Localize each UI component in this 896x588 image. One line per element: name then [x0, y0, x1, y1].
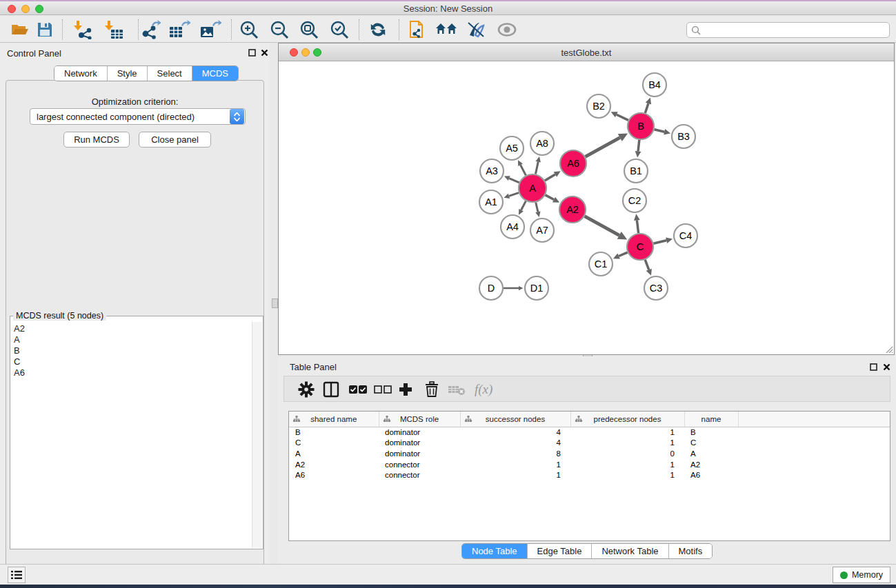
- graph-node-C[interactable]: C: [627, 234, 653, 260]
- import-network-icon[interactable]: [71, 19, 94, 41]
- tab-node-table[interactable]: Node Table: [462, 544, 528, 559]
- column-header-predecessor-nodes[interactable]: predecessor nodes: [570, 412, 684, 427]
- refresh-layout-icon[interactable]: [366, 19, 390, 41]
- table-row[interactable]: A2connector11A2: [289, 459, 890, 470]
- tab-mcds[interactable]: MCDS: [192, 66, 238, 81]
- mcds-result-scrollbar[interactable]: [252, 322, 262, 548]
- graph-node-B3[interactable]: B3: [672, 125, 695, 148]
- optimization-criterion-select[interactable]: largest connected component (directed): [30, 108, 246, 125]
- column-header-shared-name[interactable]: shared name: [289, 412, 379, 427]
- toolbar-separator: [231, 19, 232, 40]
- home-view-icon[interactable]: [435, 19, 458, 41]
- graph-node-C1[interactable]: C1: [589, 252, 613, 276]
- clone-network-icon[interactable]: [406, 19, 429, 41]
- graph-node-A7[interactable]: A7: [530, 219, 554, 242]
- tab-style[interactable]: Style: [108, 66, 148, 81]
- tab-select[interactable]: Select: [148, 66, 192, 81]
- edge-arrow: [504, 194, 510, 199]
- column-header-MCDS-role[interactable]: MCDS role: [379, 412, 460, 427]
- network-graph[interactable]: AA1A2A3A4A5A6A7A8BB1B2B3B4CC1C2C3C4DD1: [279, 62, 893, 354]
- open-session-icon[interactable]: [8, 19, 32, 41]
- edge-arrow: [634, 214, 640, 221]
- edge-arrow: [635, 151, 641, 158]
- tab-edge-table[interactable]: Edge Table: [528, 544, 593, 559]
- graph-node-D1[interactable]: D1: [525, 276, 548, 300]
- delete-column-icon[interactable]: [421, 378, 443, 401]
- table-row[interactable]: A6connector11A6: [289, 469, 890, 480]
- close-panel-icon[interactable]: [259, 48, 270, 58]
- toolbar-separator: [399, 19, 399, 40]
- graph-node-C3[interactable]: C3: [644, 276, 668, 300]
- delete-table-icon[interactable]: [446, 378, 468, 401]
- svg-text:C4: C4: [679, 230, 693, 241]
- resize-grip-icon[interactable]: [884, 344, 893, 354]
- graph-node-C2[interactable]: C2: [623, 189, 646, 212]
- control-panel-title: Control Panel: [7, 48, 61, 59]
- table-close-icon[interactable]: [882, 362, 892, 372]
- svg-text:B4: B4: [648, 79, 661, 90]
- graph-node-A[interactable]: A: [519, 174, 546, 202]
- zoom-out-icon[interactable]: [268, 19, 291, 41]
- tab-network-table[interactable]: Network Table: [592, 544, 668, 559]
- select-all-icon[interactable]: [347, 378, 369, 401]
- graph-node-B4[interactable]: B4: [643, 73, 666, 97]
- task-history-button[interactable]: [8, 567, 26, 583]
- graph-node-A3[interactable]: A3: [480, 159, 504, 183]
- graph-node-B1[interactable]: B1: [624, 159, 648, 183]
- column-header-successor-nodes[interactable]: successor nodes: [460, 412, 570, 427]
- export-table-icon[interactable]: [168, 19, 191, 41]
- add-column-icon[interactable]: [395, 378, 417, 401]
- graph-node-A8[interactable]: A8: [530, 132, 554, 155]
- memory-button[interactable]: Memory: [833, 567, 890, 583]
- svg-text:C2: C2: [628, 195, 641, 206]
- graph-node-A6[interactable]: A6: [560, 150, 586, 176]
- svg-text:A5: A5: [506, 143, 518, 154]
- graph-node-C4[interactable]: C4: [674, 224, 697, 247]
- vertical-splitter-grip[interactable]: [272, 298, 278, 308]
- close-panel-button[interactable]: Close panel: [139, 132, 211, 148]
- run-mcds-button[interactable]: Run MCDS: [63, 132, 130, 148]
- tab-network[interactable]: Network: [54, 66, 108, 81]
- main-toolbar: [0, 17, 896, 43]
- graph-node-A4[interactable]: A4: [501, 215, 524, 239]
- search-input[interactable]: [686, 22, 890, 38]
- table-row[interactable]: Adominator80A: [289, 448, 890, 459]
- graph-node-A2[interactable]: A2: [559, 196, 586, 223]
- zoom-selected-icon[interactable]: [328, 19, 351, 41]
- export-network-icon[interactable]: [139, 19, 162, 41]
- toolbar-separator: [359, 19, 359, 40]
- gear-icon[interactable]: [295, 378, 317, 401]
- save-session-icon[interactable]: [33, 19, 57, 41]
- graph-node-A1[interactable]: A1: [479, 190, 503, 214]
- table-float-icon[interactable]: [868, 362, 879, 372]
- network-window-titlebar[interactable]: testGlobe.txt: [279, 43, 894, 61]
- mcds-result-item[interactable]: A6: [14, 367, 251, 378]
- graph-node-A5[interactable]: A5: [500, 136, 524, 160]
- graph-node-D[interactable]: D: [479, 276, 503, 300]
- function-builder-icon[interactable]: f(x): [472, 378, 502, 401]
- import-table-icon[interactable]: [102, 19, 126, 41]
- table-row[interactable]: Cdominator41C: [289, 438, 890, 449]
- edge-arrow: [519, 286, 524, 290]
- mcds-result-item[interactable]: B: [14, 345, 251, 356]
- mcds-result-item[interactable]: A2: [14, 323, 251, 334]
- mcds-result-list[interactable]: A2ABCA6: [11, 322, 251, 548]
- status-bar: Memory: [0, 564, 896, 585]
- svg-text:C1: C1: [595, 258, 608, 270]
- tab-motifs[interactable]: Motifs: [669, 544, 713, 559]
- vizmapper-icon[interactable]: [464, 19, 488, 41]
- deselect-all-icon[interactable]: [372, 378, 394, 401]
- zoom-fit-icon[interactable]: [297, 19, 321, 41]
- export-image-icon[interactable]: [199, 19, 222, 41]
- columns-icon[interactable]: [320, 378, 342, 401]
- mcds-result-item[interactable]: C: [14, 356, 251, 367]
- mcds-result-item[interactable]: A: [14, 334, 251, 345]
- graph-node-B2[interactable]: B2: [587, 94, 610, 118]
- float-panel-icon[interactable]: [247, 48, 257, 58]
- column-header-name[interactable]: name: [684, 412, 738, 427]
- node-table[interactable]: shared nameMCDS rolesuccessor nodesprede…: [288, 411, 890, 541]
- table-row[interactable]: Bdominator41B: [289, 427, 890, 438]
- zoom-in-icon[interactable]: [237, 19, 261, 41]
- show-hide-icon[interactable]: [495, 19, 519, 41]
- graph-node-B[interactable]: B: [628, 113, 654, 139]
